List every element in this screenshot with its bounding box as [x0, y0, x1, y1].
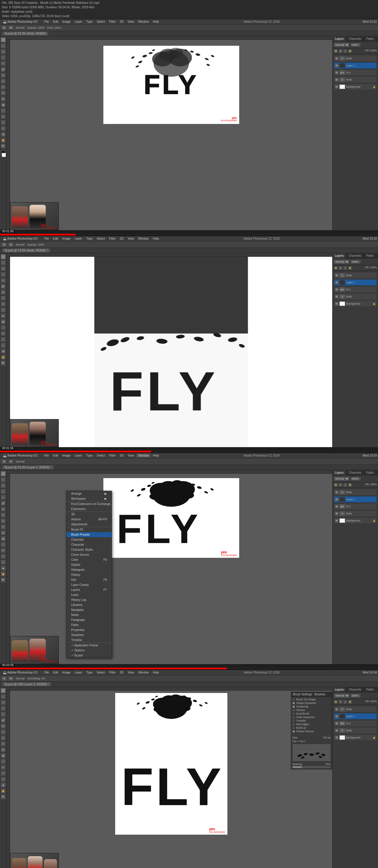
dropdown-options-3[interactable]: Options [66, 648, 112, 653]
tool-gradient-1[interactable]: ▦ [1, 102, 6, 107]
menu-3d-1[interactable]: 3D [118, 20, 125, 24]
toolbar-brush-2[interactable]: B [1, 242, 7, 247]
layer-eye-5[interactable]: 👁 [335, 85, 339, 89]
layer-eye-3[interactable]: 👁 [335, 71, 339, 74]
tool-crop-4[interactable]: ✂ [1, 712, 6, 717]
tool-crop-3[interactable]: ✂ [1, 495, 6, 500]
tool-hand-3[interactable]: ✋ [1, 571, 6, 577]
ps-appname-3[interactable]: 💻 Adobe Photoshop CC [1, 454, 39, 458]
layer-eye-2[interactable]: 👁 [335, 64, 339, 67]
tool-wand-2[interactable]: ☆ [1, 272, 6, 277]
doc-tab-fly-1[interactable]: fly.psd @ 33.3% (birds, RGB/8) [2, 32, 48, 35]
brush-settings-tab[interactable]: Brush Settings [293, 693, 312, 696]
tool-brush-2[interactable]: ✏ [1, 296, 6, 301]
tab-layers-4[interactable]: Layers [332, 687, 346, 692]
menu-file-1[interactable]: File [42, 20, 51, 24]
dropdown-paths-3[interactable]: Paths [66, 622, 112, 627]
menu-layer-4[interactable]: Layer [73, 671, 84, 674]
tab-channels-4[interactable]: Channels [346, 687, 364, 692]
eye-2c[interactable]: 👁 [335, 288, 339, 291]
tool-eraser-2[interactable]: ■ [1, 313, 6, 318]
tool-hand-1[interactable]: ✋ [1, 137, 6, 143]
menu-select-4[interactable]: Select [95, 671, 107, 674]
dropdown-brush-presets-3[interactable]: Brush Presets [66, 532, 112, 537]
smoothing-checkbox[interactable] [292, 730, 295, 733]
canvas-4[interactable]: FLY yes I'M A DESIGNER [115, 693, 227, 835]
tab-channels-3[interactable]: Channels [346, 470, 364, 475]
tab-libraries-3[interactable]: Libraries [377, 470, 378, 475]
menu-help-3[interactable]: Help [151, 454, 161, 458]
menu-edit-1[interactable]: Edit [51, 20, 60, 24]
tool-clone-3[interactable]: ⎘ [1, 518, 6, 524]
menu-help-1[interactable]: Help [151, 20, 161, 24]
tool-move-2[interactable]: ☰ [1, 254, 6, 259]
menu-select-1[interactable]: Select [95, 20, 107, 24]
tool-eyedropper-2[interactable]: 💉 [1, 284, 6, 289]
dropdown-find-extensions-3[interactable]: Find Extensions on Exchange... [66, 501, 112, 506]
menu-file-3[interactable]: File [42, 454, 51, 458]
tool-pen-3[interactable]: ✒ [1, 548, 6, 553]
tool-clone-2[interactable]: ⎘ [1, 301, 6, 307]
lock-1-3[interactable]: 🔒 [334, 483, 338, 487]
dropdown-layers-3[interactable]: Layers F7 [66, 587, 112, 592]
tool-zoom-3[interactable]: 🔍 [1, 577, 6, 583]
tool-heal-2[interactable]: ⊕ [1, 289, 6, 295]
menu-window-1[interactable]: Window [137, 20, 151, 24]
tool-eyedropper-4[interactable]: 💉 [1, 717, 6, 723]
brushes-tab[interactable]: Brushes [315, 693, 325, 696]
menu-image-3[interactable]: Image [61, 454, 72, 458]
menu-layer-3[interactable]: Layer [73, 454, 84, 458]
dropdown-history-3[interactable]: History [66, 572, 112, 577]
eye-3a[interactable]: 👁 [335, 491, 339, 494]
menu-edit-4[interactable]: Edit [51, 671, 60, 674]
menu-type-4[interactable]: Type [84, 671, 94, 674]
menu-view-3[interactable]: View [126, 454, 136, 458]
menu-3d-2[interactable]: 3D [118, 237, 125, 241]
layer-birds-3b[interactable]: 👁 T birds [334, 510, 377, 517]
tool-text-1[interactable]: T [1, 120, 6, 125]
tool-history-3[interactable]: ↺ [1, 524, 6, 529]
dropdown-nav-3[interactable]: Navigator [66, 608, 112, 612]
dropdown-notes-3[interactable]: Notes [66, 612, 112, 617]
eye-2b[interactable]: 👁 [335, 281, 339, 284]
lock-2-3[interactable]: ✏ [339, 483, 343, 487]
canvas-2[interactable]: FLY [10, 257, 332, 447]
transfer-checkbox[interactable] [292, 719, 295, 722]
shape-dynamics-checkbox[interactable] [292, 702, 295, 705]
dropdown-clone-3[interactable]: Clone Source [66, 552, 112, 557]
tool-gradient-3[interactable]: ▦ [1, 536, 6, 541]
tool-dodge-1[interactable]: ○ [1, 108, 6, 113]
menu-image-4[interactable]: Image [61, 671, 72, 674]
tool-crop-2[interactable]: ✂ [1, 278, 6, 283]
eye-4b[interactable]: 👁 [335, 715, 339, 718]
eye-2a[interactable]: 👁 [335, 274, 339, 277]
tab-layers-2[interactable]: Layers [332, 253, 346, 258]
menu-layer-2[interactable]: Layer [73, 237, 84, 241]
toolbar-mode-1[interactable]: ▼ [8, 25, 14, 30]
tool-clone-1[interactable]: ⎘ [1, 85, 6, 90]
layer-bg-3[interactable]: 👁 Background 🔒 [334, 517, 377, 524]
tool-heal-4[interactable]: ⊕ [1, 723, 6, 729]
blend-mode-4[interactable]: Normal [334, 693, 350, 698]
toolbar-brush-4[interactable]: B [1, 676, 7, 681]
eye-3b[interactable]: 👁 [335, 498, 339, 501]
tool-pen-2[interactable]: ✒ [1, 331, 6, 336]
tool-path-4[interactable]: ▷ [1, 776, 6, 782]
lock-4-2[interactable]: 🔒 [348, 266, 352, 270]
doc-tab-fly-2[interactable]: fly.psd @ 73.5% (birds, RGB/8) * [2, 249, 50, 252]
eye-2e[interactable]: 👁 [335, 302, 339, 306]
dropdown-workspace-3[interactable]: Workspace [66, 496, 112, 501]
ps-appname-2[interactable]: 💻 Adobe Photoshop CC [1, 237, 39, 241]
tool-eyedropper-3[interactable]: 💉 [1, 501, 6, 506]
toolbar-mode-2[interactable]: ▼ [8, 242, 14, 247]
tool-shape-3[interactable]: ◆ [1, 565, 6, 571]
dropdown-glyphs-3[interactable]: Glyphs [66, 562, 112, 567]
dropdown-actions-shortcut-3[interactable]: Actions Alt+F9 [66, 517, 112, 522]
eye-3d[interactable]: 👁 [335, 512, 339, 515]
tab-paths-3[interactable]: Paths [364, 470, 377, 475]
eye-4e[interactable]: 👁 [335, 736, 339, 739]
lock-3-3[interactable]: ↕ [343, 483, 347, 487]
tool-history-4[interactable]: ↺ [1, 741, 6, 746]
tool-lasso-3[interactable]: ⭯ [1, 483, 6, 488]
tool-dodge-2[interactable]: ○ [1, 325, 6, 330]
